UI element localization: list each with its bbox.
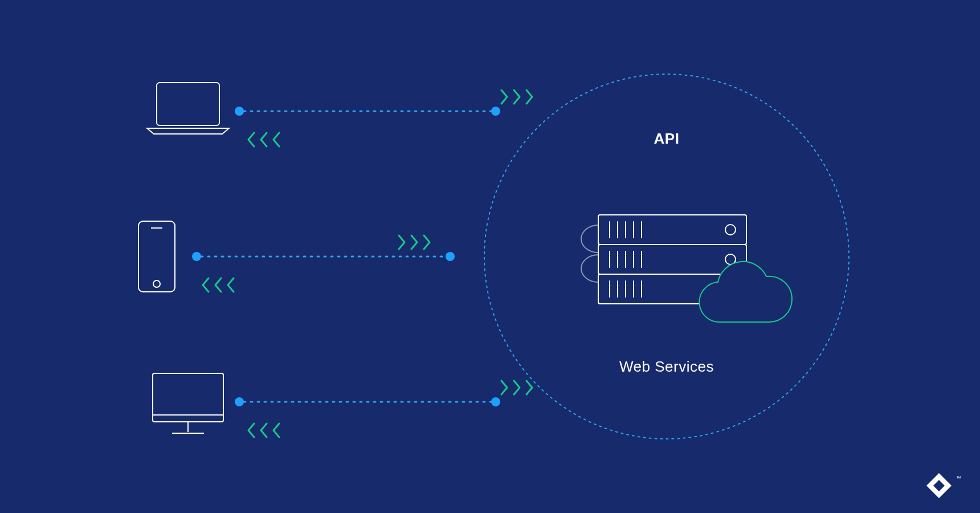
laptop-icon (147, 83, 229, 134)
svg-point-32 (491, 397, 500, 406)
web-services-title: Web Services (619, 358, 714, 376)
svg-text:™: ™ (956, 475, 961, 481)
phone-icon (138, 221, 175, 292)
arrows-left-icon (248, 133, 279, 146)
row-desktop (153, 373, 532, 437)
svg-point-30 (153, 280, 160, 287)
arrows-right-icon (501, 90, 532, 104)
svg-point-31 (235, 397, 244, 406)
svg-point-22 (491, 107, 500, 116)
svg-point-26 (446, 252, 455, 261)
server-icon (581, 215, 792, 322)
svg-rect-0 (598, 215, 746, 245)
desktop-icon (153, 373, 223, 433)
arrows-right-icon (501, 381, 532, 394)
toptal-logo-icon: ™ (926, 473, 961, 498)
svg-point-25 (192, 252, 201, 261)
svg-rect-28 (138, 221, 175, 292)
arrows-right-icon (399, 235, 430, 249)
api-title: API (654, 130, 680, 148)
api-circle (484, 74, 849, 439)
svg-point-8 (725, 225, 736, 235)
svg-point-21 (235, 107, 244, 116)
diagram-canvas: ™ (0, 0, 980, 513)
arrows-left-icon (203, 278, 234, 292)
row-laptop (147, 83, 532, 146)
arrows-left-icon (248, 424, 279, 437)
row-phone (138, 221, 455, 292)
svg-rect-24 (157, 83, 219, 125)
cloud-icon (699, 262, 792, 322)
